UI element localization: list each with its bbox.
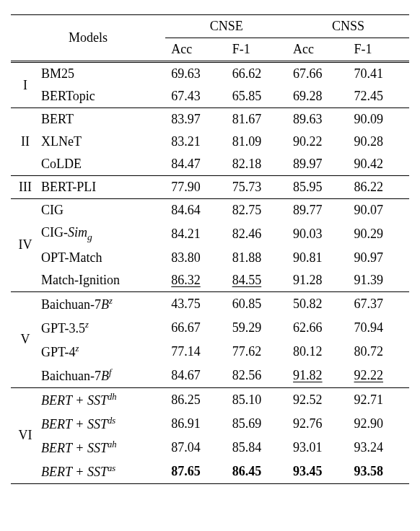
table-row: BERT + SSTds86.9185.6992.7692.90 [11, 412, 409, 436]
value-cell: 82.18 [227, 153, 287, 176]
table-row: GPT-4z77.1477.6280.1280.72 [11, 340, 409, 364]
model-name: Baichuan-7Bf [40, 364, 165, 388]
table-row: GPT-3.5z66.6759.2962.6670.94 [11, 316, 409, 340]
header-cnss-f1: F-1 [349, 38, 409, 61]
model-name: CIG [40, 199, 165, 222]
table-row: OPT-Match83.8081.8890.8190.97 [11, 247, 409, 269]
value-cell: 85.95 [287, 176, 348, 199]
table-row: VIBERT + SSTdh86.2585.1092.5292.71 [11, 387, 409, 412]
table-row: IIBERT83.9781.6789.6390.09 [11, 108, 409, 131]
table-row: BERTopic67.4365.8569.2872.45 [11, 85, 409, 108]
table-row: XLNeT83.2181.0990.2290.28 [11, 131, 409, 153]
table-row: IVCIG84.6482.7589.7790.07 [11, 199, 409, 222]
value-cell: 62.66 [287, 316, 348, 340]
value-cell: 50.82 [287, 291, 348, 316]
value-cell: 83.97 [165, 108, 226, 131]
header-cnss-acc: Acc [287, 38, 348, 61]
value-cell: 59.29 [227, 316, 287, 340]
value-cell: 90.28 [349, 131, 409, 153]
table-row: Baichuan-7Bf84.6782.5691.8292.22 [11, 364, 409, 388]
value-cell: 92.22 [349, 364, 409, 388]
value-cell: 86.45 [227, 460, 287, 484]
value-cell: 69.28 [287, 85, 348, 108]
value-cell: 89.77 [287, 199, 348, 222]
value-cell: 89.63 [287, 108, 348, 131]
header-cnss: CNSS [287, 15, 409, 38]
value-cell: 77.90 [165, 176, 226, 199]
value-cell: 75.73 [227, 176, 287, 199]
header-models: Models [11, 15, 165, 61]
value-cell: 93.01 [287, 436, 348, 460]
value-cell: 90.22 [287, 131, 348, 153]
value-cell: 85.84 [227, 436, 287, 460]
value-cell: 92.76 [287, 412, 348, 436]
table-row: BERT + SSTas87.6586.4593.4593.58 [11, 460, 409, 484]
table-row: Match-Ignition86.3284.5591.2891.39 [11, 269, 409, 292]
table-row: CoLDE84.4782.1889.9790.42 [11, 153, 409, 176]
table-row: BERT + SSTah87.0485.8493.0193.24 [11, 436, 409, 460]
model-name: XLNeT [40, 131, 165, 153]
model-name: BERT + SSTdh [40, 387, 165, 412]
value-cell: 92.71 [349, 387, 409, 412]
value-cell: 81.88 [227, 247, 287, 269]
value-cell: 92.90 [349, 412, 409, 436]
value-cell: 72.45 [349, 85, 409, 108]
value-cell: 90.29 [349, 221, 409, 247]
value-cell: 81.09 [227, 131, 287, 153]
value-cell: 93.24 [349, 436, 409, 460]
value-cell: 85.69 [227, 412, 287, 436]
value-cell: 91.28 [287, 269, 348, 292]
model-name: BERT + SSTds [40, 412, 165, 436]
value-cell: 87.65 [165, 460, 226, 484]
group-id: I [11, 62, 40, 108]
model-name: CIG-Simg [40, 221, 165, 247]
value-cell: 70.41 [349, 62, 409, 86]
value-cell: 84.55 [227, 269, 287, 292]
value-cell: 80.72 [349, 340, 409, 364]
value-cell: 66.67 [165, 316, 226, 340]
value-cell: 92.52 [287, 387, 348, 412]
value-cell: 90.09 [349, 108, 409, 131]
value-cell: 67.37 [349, 291, 409, 316]
value-cell: 90.07 [349, 199, 409, 222]
model-name: BERT + SSTah [40, 436, 165, 460]
model-name: Baichuan-7Bz [40, 291, 165, 316]
value-cell: 85.10 [227, 387, 287, 412]
value-cell: 90.42 [349, 153, 409, 176]
header-cnse-acc: Acc [165, 38, 226, 61]
value-cell: 93.58 [349, 460, 409, 484]
value-cell: 84.21 [165, 221, 226, 247]
value-cell: 82.56 [227, 364, 287, 388]
group-id: VI [11, 387, 40, 483]
value-cell: 60.85 [227, 291, 287, 316]
group-id: II [11, 108, 40, 176]
value-cell: 65.85 [227, 85, 287, 108]
value-cell: 84.67 [165, 364, 226, 388]
model-name: BERTopic [40, 85, 165, 108]
value-cell: 82.75 [227, 199, 287, 222]
model-name: BERT + SSTas [40, 460, 165, 484]
value-cell: 77.62 [227, 340, 287, 364]
table-row: CIG-Simg84.2182.4690.0390.29 [11, 221, 409, 247]
header-cnse-f1: F-1 [227, 38, 287, 61]
value-cell: 90.03 [287, 221, 348, 247]
value-cell: 84.47 [165, 153, 226, 176]
value-cell: 77.14 [165, 340, 226, 364]
value-cell: 70.94 [349, 316, 409, 340]
value-cell: 83.21 [165, 131, 226, 153]
value-cell: 67.43 [165, 85, 226, 108]
model-name: BM25 [40, 62, 165, 86]
value-cell: 69.63 [165, 62, 226, 86]
results-table: Models CNSE CNSS Acc F-1 Acc F-1 IBM2569… [11, 14, 409, 484]
value-cell: 43.75 [165, 291, 226, 316]
group-id: V [11, 291, 40, 387]
header-cnse: CNSE [165, 15, 287, 38]
value-cell: 86.22 [349, 176, 409, 199]
value-cell: 87.04 [165, 436, 226, 460]
value-cell: 91.39 [349, 269, 409, 292]
value-cell: 83.80 [165, 247, 226, 269]
value-cell: 66.62 [227, 62, 287, 86]
table-row: VBaichuan-7Bz43.7560.8550.8267.37 [11, 291, 409, 316]
model-name: GPT-4z [40, 340, 165, 364]
value-cell: 86.91 [165, 412, 226, 436]
